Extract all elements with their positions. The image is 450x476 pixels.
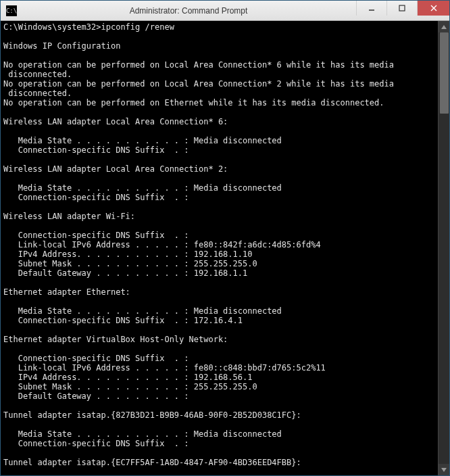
window-title: Administrator: Command Prompt (21, 6, 356, 16)
output-line: Default Gateway . . . . . . . . . : (3, 391, 189, 401)
output-line: disconnected. (3, 70, 72, 79)
output-line: Connection-specific DNS Suffix . : (3, 193, 189, 202)
output-line: Connection-specific DNS Suffix . : (3, 439, 189, 448)
terminal-area: C:\Windows\system32>ipconfig /renew Wind… (1, 21, 449, 475)
svg-marker-5 (441, 468, 447, 472)
chevron-up-icon (441, 25, 447, 29)
output-line: Default Gateway . . . . . . . . . : 192.… (3, 268, 247, 278)
output-line: Media State . . . . . . . . . . . : Medi… (3, 429, 282, 439)
section-header: Ethernet adapter Ethernet: (3, 287, 130, 297)
output-line: Media State . . . . . . . . . . . : Medi… (3, 183, 282, 193)
output-line: IPv4 Address. . . . . . . . . . . : 192.… (3, 249, 252, 259)
scroll-up-button[interactable] (439, 21, 449, 32)
output-line: No operation can be performed on Local A… (3, 60, 394, 70)
svg-rect-1 (399, 5, 405, 11)
section-header: Wireless LAN adapter Local Area Connecti… (3, 164, 228, 174)
maximize-icon (399, 5, 405, 11)
output-line: Subnet Mask . . . . . . . . . . . : 255.… (3, 259, 257, 268)
output-line: IPv4 Address. . . . . . . . . . . : 192.… (3, 373, 252, 382)
window-controls (356, 1, 449, 20)
command-prompt-window: C:\ Administrator: Command Prompt C:\Win… (0, 0, 450, 476)
output-line: No operation can be performed on Etherne… (3, 98, 384, 108)
prompt-line: C:\Windows\system32>ipconfig /renew (3, 22, 174, 32)
cmd-icon: C:\ (6, 5, 17, 16)
output-line: Windows IP Configuration (3, 41, 120, 51)
output-line: Link-local IPv6 Address . . . . . : fe80… (3, 240, 321, 249)
chevron-down-icon (441, 468, 447, 472)
minimize-icon (368, 5, 375, 11)
section-header: Wireless LAN adapter Wi-Fi: (3, 212, 135, 221)
output-line: Connection-specific DNS Suffix . : 172.1… (3, 316, 243, 325)
output-line: disconnected. (3, 89, 72, 98)
section-header: Ethernet adapter VirtualBox Host-Only Ne… (3, 335, 228, 344)
output-line: Media State . . . . . . . . . . . : Medi… (3, 136, 282, 145)
scroll-thumb[interactable] (440, 32, 449, 114)
output-line: Connection-specific DNS Suffix . : (3, 145, 189, 155)
svg-marker-4 (441, 25, 447, 29)
vertical-scrollbar[interactable] (438, 21, 449, 475)
terminal-output[interactable]: C:\Windows\system32>ipconfig /renew Wind… (1, 21, 438, 475)
output-line: Link-local IPv6 Address . . . . . : fe80… (3, 363, 326, 373)
output-line: Connection-specific DNS Suffix . : (3, 231, 189, 240)
output-line: No operation can be performed on Local A… (3, 79, 394, 89)
titlebar[interactable]: C:\ Administrator: Command Prompt (1, 1, 449, 21)
close-button[interactable] (417, 1, 449, 16)
section-header: Wireless LAN adapter Local Area Connecti… (3, 117, 228, 126)
maximize-button[interactable] (386, 1, 417, 16)
output-line: Subnet Mask . . . . . . . . . . . : 255.… (3, 382, 257, 391)
output-line: Connection-specific DNS Suffix . : (3, 354, 189, 363)
scroll-down-button[interactable] (439, 464, 449, 475)
close-icon (430, 5, 437, 11)
section-header: Tunnel adapter isatap.{827B3D21-B9B9-46A… (3, 410, 301, 420)
section-header: Tunnel adapter isatap.{EC7FF5AF-1A8D-484… (3, 458, 301, 467)
minimize-button[interactable] (356, 1, 386, 16)
output-line: Media State . . . . . . . . . . . : Medi… (3, 306, 282, 316)
